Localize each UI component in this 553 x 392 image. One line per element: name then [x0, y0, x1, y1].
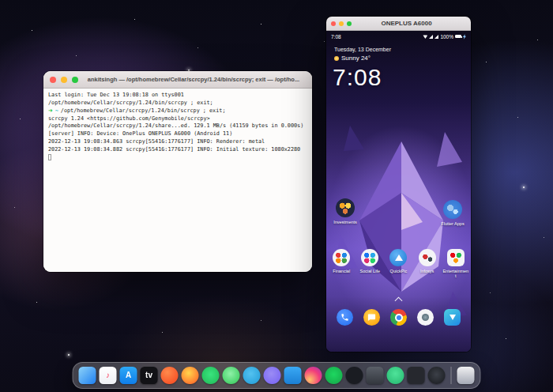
folder-social-life[interactable]: Social Life — [356, 249, 383, 273]
scrcpy-window: ONEPLUS A6000 — [326, 17, 471, 352]
dock-icon-spotify[interactable] — [325, 367, 343, 384]
scrcpy-window-title: ONEPLUS A6000 — [350, 20, 463, 27]
terminal-output[interactable]: Last login: Tue Dec 13 19:08:18 on ttys0… — [43, 89, 312, 272]
dock-icon-android-studio[interactable] — [387, 367, 404, 384]
fullscreen-button[interactable] — [72, 77, 78, 83]
terminal-line: /opt/homebrew/Cellar/scrcpy/1.24/share..… — [48, 122, 307, 130]
folder-entertainment[interactable]: Entertainment — [442, 249, 469, 279]
desktop: ankitsingh — /opt/homebrew/Cellar/scrcpy… — [0, 0, 553, 392]
close-button[interactable] — [331, 21, 336, 26]
app-store-glyph: A — [126, 371, 131, 379]
terminal-cursor-line — [48, 154, 307, 162]
battery-icon — [455, 35, 461, 38]
dock-icon-whatsapp[interactable] — [202, 367, 220, 384]
terminal-line: scrcpy 1.24 <https://github.com/Genymobi… — [48, 115, 307, 123]
folder-investments[interactable]: Investments — [328, 198, 363, 224]
close-button[interactable] — [50, 77, 56, 83]
bright-star — [523, 187, 525, 188]
phone-screen[interactable]: 7:08 100% Tuesday, 13 December Su — [326, 31, 471, 352]
dock-icon-firefox[interactable] — [182, 367, 199, 384]
dock-icons: ♪Atv — [79, 367, 475, 384]
terminal-line: [server] INFO: Device: OnePlus ONEPLUS A… — [48, 130, 307, 138]
terminal-line: /opt/homebrew/Cellar/scrcpy/1.24/bin/scr… — [48, 100, 307, 107]
dock-icon-finder[interactable] — [79, 367, 96, 384]
sun-icon — [334, 56, 339, 61]
investments-folder-icon — [336, 198, 355, 217]
app-label: QuickPic — [385, 269, 412, 273]
quickpic-app-icon — [389, 249, 407, 266]
dock-icon-telegram[interactable] — [243, 367, 261, 384]
dock-separator — [451, 367, 452, 384]
phone-app-icon[interactable] — [337, 309, 353, 326]
app-drawer-chevron-icon[interactable] — [395, 296, 402, 303]
minimize-button[interactable] — [61, 77, 67, 83]
folder-label: Investments — [328, 220, 363, 224]
entertainment-folder-icon — [447, 249, 465, 266]
phone-dock — [326, 309, 471, 326]
app-quickpic[interactable]: QuickPic — [385, 249, 412, 273]
android-status-bar: 7:08 100% — [326, 31, 471, 42]
phone-call-icon — [340, 313, 349, 322]
files-app-icon[interactable] — [444, 309, 461, 326]
terminal-prompt-line: ➜~/opt/homebrew/Cellar/scrcpy/1.24/bin/s… — [48, 107, 307, 115]
dock-icon-github[interactable] — [346, 367, 363, 384]
folder-infosys[interactable]: Infosys — [414, 249, 441, 273]
folder-label: Flutter Apps — [435, 221, 470, 226]
dock: ♪Atv — [73, 362, 481, 389]
dock-icon-brave[interactable] — [161, 367, 179, 384]
infosys-folder-icon — [419, 249, 436, 266]
dock-icon-app-store[interactable]: A — [120, 367, 137, 384]
prompt-directory: ~ — [55, 107, 58, 114]
clock-widget[interactable]: 7:08 — [333, 64, 382, 91]
terminal-line: Last login: Tue Dec 13 19:08:18 on ttys0… — [48, 92, 307, 100]
terminal-line: 2022-12-13 19:08:34.882 scrcpy[55416:177… — [48, 146, 307, 154]
battery-percent: 100% — [440, 34, 453, 40]
folder-financial[interactable]: Financial — [328, 249, 355, 273]
dock-icon-viber[interactable] — [264, 367, 281, 384]
weather-text: Sunny 24° — [341, 55, 371, 62]
charging-bolt-icon — [463, 34, 466, 40]
terminal-cursor — [48, 154, 51, 160]
status-time: 7:08 — [331, 34, 341, 40]
terminal-line: 2022-12-13 19:08:34.863 scrcpy[55416:177… — [48, 138, 307, 146]
folder-label: Social Life — [356, 269, 383, 273]
dock-icon-terminal-app[interactable] — [367, 367, 384, 384]
dock-icon-music[interactable]: ♪ — [100, 367, 117, 384]
home-app-row: Financial Social Life QuickPic Infosys E… — [326, 249, 471, 279]
flutter-apps-folder-icon — [443, 200, 462, 219]
terminal-window: ankitsingh — /opt/homebrew/Cellar/scrcpy… — [43, 71, 312, 272]
dock-icon-notion[interactable] — [408, 367, 425, 384]
terminal-titlebar[interactable]: ankitsingh — /opt/homebrew/Cellar/scrcpy… — [43, 71, 312, 89]
dock-icon-obs-camera[interactable] — [428, 367, 446, 384]
cell-signal-icon — [434, 35, 438, 39]
folder-label: Entertainment — [442, 269, 469, 279]
dock-icon-instagram[interactable] — [305, 367, 322, 384]
financial-folder-icon — [333, 249, 350, 266]
messages-app-icon[interactable] — [363, 309, 380, 326]
bright-star — [68, 354, 70, 356]
folder-label: Financial — [328, 269, 355, 273]
dock-icon-vscode[interactable] — [284, 367, 302, 384]
cell-signal-icon — [429, 35, 433, 39]
dock-icon-apple-tv[interactable]: tv — [141, 367, 158, 384]
chrome-app-icon[interactable] — [390, 309, 407, 326]
minimize-button[interactable] — [339, 21, 344, 26]
dock-icon-android-messages[interactable] — [223, 367, 240, 384]
camera-app-icon[interactable] — [417, 309, 434, 326]
music-glyph: ♪ — [106, 371, 110, 379]
wifi-icon — [423, 34, 427, 39]
terminal-title: ankitsingh — /opt/homebrew/Cellar/scrcpy… — [83, 76, 304, 83]
starfield — [0, 0, 1, 1]
folder-flutter-apps[interactable]: Flutter Apps — [435, 200, 470, 226]
prompt-command: /opt/homebrew/Cellar/scrcpy/1.24/bin/scr… — [61, 107, 226, 114]
folder-label: Infosys — [414, 269, 441, 273]
apple-tv-glyph: tv — [145, 371, 152, 379]
date-text: Tuesday, 13 December — [334, 47, 391, 52]
date-weather-widget[interactable]: Tuesday, 13 December Sunny 24° — [334, 47, 391, 62]
chat-bubble-icon — [367, 313, 376, 322]
scrcpy-titlebar[interactable]: ONEPLUS A6000 — [326, 17, 471, 31]
prompt-arrow-icon: ➜ — [48, 107, 53, 114]
social-life-folder-icon — [361, 249, 378, 266]
dock-icon-trash[interactable] — [457, 367, 475, 384]
